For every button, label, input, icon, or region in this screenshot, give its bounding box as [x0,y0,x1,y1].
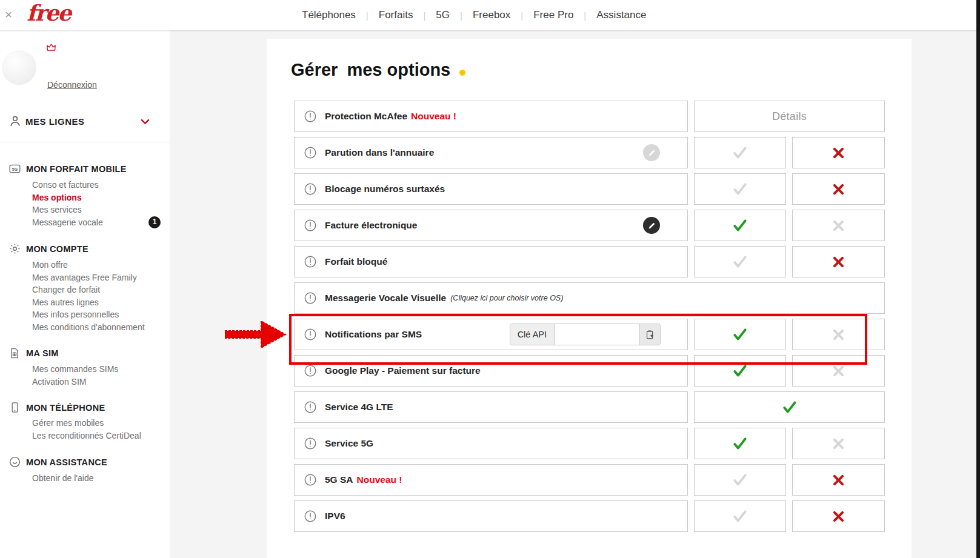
disable-button[interactable] [792,500,885,532]
sidebar-section-header[interactable]: MON TÉLÉPHONE [0,402,170,413]
option-row-ipv6: IPV6 [294,500,885,532]
disable-button[interactable] [792,355,885,387]
sidebar-section-header[interactable]: MON COMPTE [0,242,170,255]
person-icon [8,115,22,130]
gear-icon [8,242,21,255]
new-tag: Nouveau ! [357,474,402,485]
option-label: Notifications par SMS [325,329,422,340]
option-label-box: Notifications par SMSClé API [294,319,688,350]
enable-button[interactable] [694,500,786,532]
sidebar-item-mes-autres-lignes[interactable]: Mes autres lignes [0,296,170,309]
nav-item-5g[interactable]: 5G [436,9,450,21]
enable-button[interactable] [694,428,786,459]
info-icon[interactable] [304,473,317,487]
nav-item-assistance[interactable]: Assistance [596,9,646,21]
sidebar-item-changer-de-forfait[interactable]: Changer de forfait [0,284,170,296]
info-icon[interactable] [304,510,317,523]
option-label-box[interactable]: Messagerie Vocale Visuelle(Cliquez ici p… [294,282,885,314]
sidebar-section-items: Obtenir de l'aide [0,472,170,485]
nav-item-freebox[interactable]: Freebox [473,9,510,21]
page-title: Gérer mes options [291,60,912,80]
svg-text:5G: 5G [12,167,18,171]
sidebar-section-mon-forfait-mobile: 5GMON FORFAIT MOBILEConso et facturesMes… [0,162,170,228]
sidebar-item-mon-offre[interactable]: Mon offre [0,259,170,271]
edit-pencil-icon[interactable] [643,217,660,234]
enable-button[interactable] [694,319,786,350]
info-icon[interactable] [304,364,317,377]
disable-button[interactable] [792,464,885,496]
details-button-label: Détails [772,110,807,123]
sidebar-item-obtenir-de-l-aide[interactable]: Obtenir de l'aide [0,472,170,485]
sidebar-item-messagerie-vocale[interactable]: Messagerie vocale1 [0,216,170,229]
sidebar-item-activation-sim[interactable]: Activation SIM [0,376,170,388]
enable-button[interactable] [694,464,786,496]
info-icon[interactable] [304,255,317,268]
page-title-regular: Gérer [291,60,338,79]
option-label: Blocage numéros surtaxés [325,184,445,194]
option-row-blocage-numeros-surtaxes: Blocage numéros surtaxés [294,173,885,205]
sidebar-item-conso-et-factures[interactable]: Conso et factures [0,179,170,191]
nav-separator: | [460,10,462,21]
sidebar-item-mes-commandes-sims[interactable]: Mes commandes SIMs [0,363,170,376]
enable-button[interactable] [694,173,786,205]
sidebar-item-label: Changer de forfait [32,285,100,294]
disable-button[interactable] [792,428,885,459]
sidebar-item-label: Mes conditions d'abonnement [32,322,145,332]
page-title-bold: mes options [347,60,450,79]
option-row-5g-sa: 5G SANouveau ! [294,464,885,496]
sidebar-item-les-reconditionnes-certideal[interactable]: Les reconditionnés CertiDeal [0,430,170,442]
info-icon[interactable] [304,437,317,450]
sidebar-section-header[interactable]: MON ASSISTANCE [0,456,170,468]
sidebar-item-mes-options[interactable]: Mes options [0,191,170,204]
info-icon[interactable] [304,291,317,305]
option-label: Messagerie Vocale Visuelle [325,293,446,304]
option-row-protection-mcafee: Protection McAfeeNouveau !Détails [294,101,885,132]
disable-button[interactable] [792,246,885,277]
close-icon[interactable]: × [5,8,12,21]
sidebar-item-label: Les reconditionnés CertiDeal [32,431,141,440]
nav-item-free-pro[interactable]: Free Pro [533,9,573,21]
disable-button[interactable] [792,137,885,168]
enable-button[interactable] [694,210,786,241]
option-label-box: Protection McAfeeNouveau ! [294,101,688,132]
info-icon[interactable] [304,182,317,196]
logout-link[interactable]: Déconnexion [47,80,97,90]
option-label-box: 5G SANouveau ! [294,464,688,496]
info-icon[interactable] [304,110,317,123]
info-icon[interactable] [304,219,317,232]
enable-button[interactable] [694,137,786,168]
phone-icon [8,402,21,413]
sidebar-section-header[interactable]: MA SIM [0,347,170,359]
disable-button[interactable] [792,319,885,350]
sidebar-section-items: Gérer mes mobilesLes reconditionnés Cert… [0,417,170,442]
disable-button[interactable] [792,210,885,241]
chevron-down-icon[interactable] [139,116,151,130]
status-check-button[interactable] [694,391,885,423]
edit-pencil-icon[interactable] [643,144,660,161]
sidebar-section-header[interactable]: 5GMON FORFAIT MOBILE [0,162,170,175]
my-lines-header[interactable]: MES LIGNES [0,114,170,130]
info-icon[interactable] [304,400,317,414]
option-label-box: Service 4G LTE [294,391,688,423]
sidebar-item-mes-services[interactable]: Mes services [0,204,170,216]
nav-item-forfaits[interactable]: Forfaits [379,9,413,21]
page-scrollbar[interactable] [976,0,980,558]
details-button[interactable]: Détails [694,101,885,132]
sidebar-item-mes-infos-personnelles[interactable]: Mes infos personnelles [0,308,170,321]
api-key-input[interactable] [555,324,639,345]
info-icon[interactable] [304,328,317,341]
sidebar-item-mes-conditions-d-abonnement[interactable]: Mes conditions d'abonnement [0,321,170,334]
nav-separator: | [584,10,586,21]
nav-item-telephones[interactable]: Téléphones [302,9,356,21]
info-icon[interactable] [304,146,317,159]
option-row-parution-dans-l-annuaire: Parution dans l'annuaire [294,137,885,168]
sidebar-item-mes-avantages-free-family[interactable]: Mes avantages Free Family [0,271,170,284]
free-logo[interactable]: free [27,0,70,25]
new-tag: Nouveau ! [411,111,456,122]
sidebar-item-label: Mes autres lignes [32,297,99,307]
enable-button[interactable] [694,355,786,387]
sidebar-item-gerer-mes-mobiles[interactable]: Gérer mes mobiles [0,417,170,430]
disable-button[interactable] [792,173,885,205]
copy-to-clipboard-button[interactable] [639,324,660,345]
enable-button[interactable] [694,246,786,277]
